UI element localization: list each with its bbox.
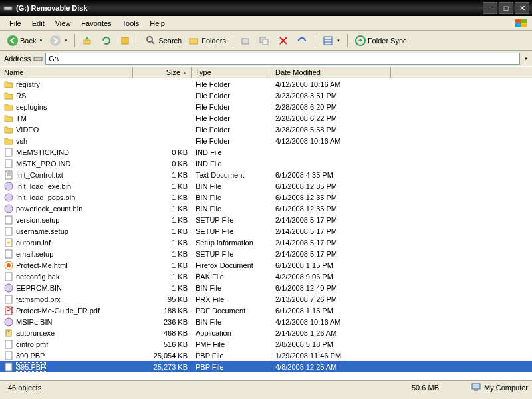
file-name: autorun.inf: [16, 239, 51, 247]
file-size: 1 KB: [133, 205, 192, 213]
svg-rect-47: [474, 390, 478, 391]
svg-rect-10: [190, 39, 198, 44]
file-list[interactable]: registryFile Folder4/12/2008 10:16 AMRSF…: [0, 78, 532, 380]
menu-tools[interactable]: Tools: [117, 18, 145, 29]
svg-point-31: [7, 241, 10, 244]
file-row[interactable]: MSTK_PRO.IND0 KBIND File: [0, 158, 532, 169]
file-row[interactable]: VIDEOFile Folder3/28/2008 5:58 PM: [0, 124, 532, 135]
menu-file[interactable]: File: [4, 18, 27, 29]
file-icon: [4, 215, 13, 225]
file-row[interactable]: autorun.inf1 KBSetup Information2/14/200…: [0, 237, 532, 248]
file-type: IND File: [192, 160, 271, 168]
menu-help[interactable]: Help: [144, 18, 170, 29]
exe-icon: [4, 329, 13, 338]
file-name: Init_load_exe.bin: [16, 182, 71, 190]
file-row[interactable]: fatmsmod.prx95 KBPRX File2/13/2008 7:26 …: [0, 293, 532, 305]
file-row[interactable]: Init_load_pops.bin1 KBBIN File6/1/2008 1…: [0, 192, 532, 203]
menu-view[interactable]: View: [50, 18, 76, 29]
file-name: Init_Control.txt: [16, 171, 63, 179]
stop-button[interactable]: [116, 33, 134, 48]
column-size[interactable]: Size▲: [133, 67, 192, 78]
file-type: BIN File: [192, 284, 271, 292]
copy-button[interactable]: [256, 33, 273, 48]
minimize-button[interactable]: —: [483, 2, 497, 14]
file-name: username.setup: [16, 227, 68, 235]
delete-button[interactable]: [275, 33, 292, 48]
file-row[interactable]: Init_load_exe.bin1 KBBIN File6/1/2008 12…: [0, 180, 532, 192]
svg-point-8: [147, 37, 152, 42]
file-row[interactable]: Protect-Me.html1 KBFirefox Document6/1/2…: [0, 259, 532, 271]
file-type: File Folder: [192, 114, 271, 122]
file-row[interactable]: EEPROM.BIN1 KBBIN File6/1/2008 12:40 PM: [0, 282, 532, 293]
menu-favorites[interactable]: Favorites: [76, 18, 116, 29]
file-icon: [4, 362, 13, 372]
file-row[interactable]: RSFile Folder3/23/2008 3:51 PM: [0, 90, 532, 101]
file-type: PRX File: [192, 295, 271, 303]
svg-point-36: [5, 284, 13, 292]
column-type[interactable]: Type: [192, 67, 271, 78]
file-row[interactable]: registryFile Folder4/12/2008 10:16 AM: [0, 78, 532, 90]
file-row[interactable]: MSIPL.BIN236 KBBIN File4/12/2008 10:16 A…: [0, 316, 532, 327]
titlebar: (G:) Removable Disk — □ ✕: [0, 0, 532, 16]
undo-button[interactable]: [293, 33, 311, 48]
up-icon: [82, 35, 94, 47]
back-button[interactable]: Back ▼: [4, 33, 45, 48]
forward-button[interactable]: ▼: [47, 33, 70, 48]
refresh-button[interactable]: [98, 33, 115, 48]
file-row[interactable]: Init_Control.txt1 KBText Document6/1/200…: [0, 169, 532, 180]
views-button[interactable]: ▼: [319, 33, 343, 48]
file-row[interactable]: vshFile Folder4/12/2008 10:16 AM: [0, 135, 532, 146]
file-row[interactable]: autorun.exe468 KBApplication2/14/2008 1:…: [0, 327, 532, 338]
maximize-button[interactable]: □: [499, 2, 513, 14]
folders-button[interactable]: Folders: [186, 33, 229, 48]
close-button[interactable]: ✕: [515, 2, 529, 14]
file-row[interactable]: email.setup1 KBSETUP File2/14/2008 5:17 …: [0, 248, 532, 259]
file-type: File Folder: [192, 103, 271, 111]
file-type: SETUP File: [192, 227, 271, 235]
file-row[interactable]: version.setup1 KBSETUP File2/14/2008 5:1…: [0, 214, 532, 225]
file-name: version.setup: [16, 216, 59, 224]
svg-rect-44: [5, 352, 12, 360]
file-date: 6/1/2008 12:40 PM: [271, 284, 391, 292]
file-name: fatmsmod.prx: [16, 295, 61, 303]
svg-rect-28: [5, 216, 12, 224]
menu-edit[interactable]: Edit: [27, 18, 50, 29]
svg-rect-19: [5, 148, 12, 156]
search-button[interactable]: Search: [142, 33, 184, 48]
file-row[interactable]: MEMSTICK.IND0 KBIND File: [0, 146, 532, 158]
file-type: SETUP File: [192, 250, 271, 258]
column-name[interactable]: Name: [0, 67, 133, 78]
file-row[interactable]: 390.PBP25,054 KBPBP File1/29/2008 11:46 …: [0, 350, 532, 361]
file-row[interactable]: powerlock_count.bin1 KBBIN File6/1/2008 …: [0, 203, 532, 214]
file-type: SETUP File: [192, 216, 271, 224]
svg-rect-29: [5, 227, 12, 235]
file-icon: [4, 159, 13, 168]
file-row[interactable]: PDFProtect-Me-Guide_FR.pdf188 KBPDF Docu…: [0, 305, 532, 316]
move-button[interactable]: [237, 33, 255, 48]
column-headers: Name Size▲ Type Date Modified: [0, 66, 532, 78]
file-date: 4/12/2008 10:16 AM: [271, 318, 391, 326]
column-date[interactable]: Date Modified: [271, 67, 391, 78]
file-icon: [4, 249, 13, 259]
svg-rect-4: [521, 23, 527, 27]
file-date: 4/12/2008 10:16 AM: [271, 137, 391, 145]
file-row[interactable]: TMFile Folder2/28/2008 6:22 PM: [0, 112, 532, 124]
file-name: MSTK_PRO.IND: [16, 160, 71, 168]
file-name: powerlock_count.bin: [16, 205, 82, 213]
file-row[interactable]: netconfig.bak1 KBBAK File4/2/2008 9:06 P…: [0, 271, 532, 282]
address-input[interactable]: [45, 53, 520, 65]
foldersync-button[interactable]: Folder Sync: [352, 33, 410, 48]
file-date: 6/1/2008 12:35 PM: [271, 182, 391, 190]
file-icon: [4, 272, 13, 281]
file-row[interactable]: username.setup1 KBSETUP File2/14/2008 5:…: [0, 225, 532, 237]
file-row[interactable]: cintro.pmf516 KBPMF File2/8/2008 5:18 PM: [0, 338, 532, 350]
file-date: 2/14/2008 5:17 PM: [271, 216, 391, 224]
file-name: 390.PBP: [16, 352, 45, 360]
up-button[interactable]: [79, 33, 96, 48]
svg-rect-2: [521, 19, 527, 23]
chevron-down-icon[interactable]: ▼: [524, 57, 528, 61]
file-size: 1 KB: [133, 273, 192, 281]
file-row[interactable]: sepluginsFile Folder2/28/2008 6:20 PM: [0, 101, 532, 112]
file-size: 1 KB: [133, 250, 192, 258]
file-row[interactable]: 395.PBP25,273 KBPBP File4/8/2008 12:25 A…: [0, 361, 532, 372]
